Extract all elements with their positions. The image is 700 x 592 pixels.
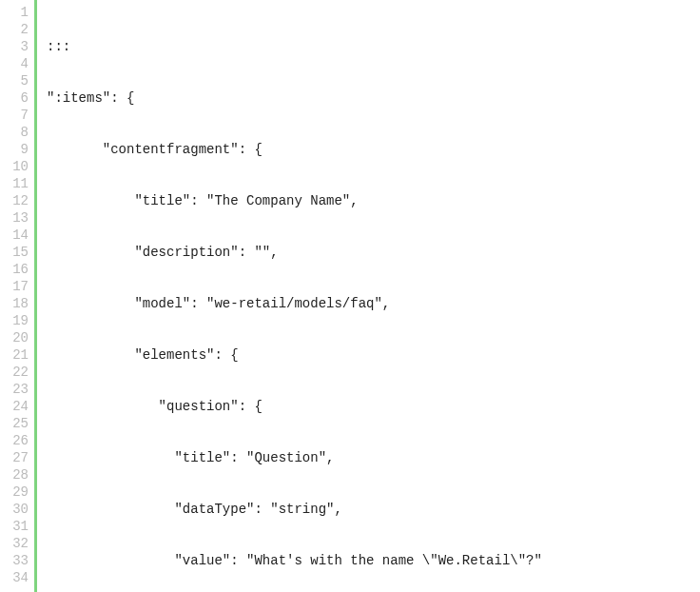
code-block: ::: ":items": { "contentfragment": { "ti… (37, 0, 700, 592)
line-number: 24 (0, 398, 29, 415)
line-number: 26 (0, 432, 29, 449)
code-line: "dataType": "string", (47, 501, 700, 518)
code-line: "contentfragment": { (47, 141, 700, 158)
line-number: 3 (0, 38, 29, 55)
line-number: 15 (0, 244, 29, 261)
code-line: "value": "What's with the name \"We.Reta… (47, 552, 700, 569)
line-number: 18 (0, 295, 29, 312)
code-line: "description": "", (47, 244, 700, 261)
line-number: 30 (0, 501, 29, 518)
line-number: 9 (0, 141, 29, 158)
line-number-gutter: 1 2 3 4 5 6 7 8 9 10 11 12 13 14 15 16 1… (0, 0, 34, 592)
line-number: 32 (0, 535, 29, 552)
code-line: "question": { (47, 398, 700, 415)
line-number: 21 (0, 346, 29, 364)
line-number: 29 (0, 483, 29, 501)
line-number: 23 (0, 381, 29, 398)
line-number: 19 (0, 312, 29, 329)
line-number: 11 (0, 175, 29, 192)
line-number: 34 (0, 569, 29, 586)
line-number: 4 (0, 55, 29, 72)
line-number: 7 (0, 107, 29, 124)
line-number: 5 (0, 72, 29, 89)
line-number: 6 (0, 89, 29, 107)
line-number: 22 (0, 364, 29, 381)
line-number: 28 (0, 466, 29, 483)
line-number: 16 (0, 261, 29, 278)
line-number: 8 (0, 124, 29, 141)
line-number: 25 (0, 415, 29, 432)
line-number: 20 (0, 329, 29, 346)
code-line: "title": "Question", (47, 449, 700, 466)
code-line: ":items": { (47, 89, 700, 107)
line-number: 10 (0, 158, 29, 175)
line-number: 27 (0, 449, 29, 466)
line-number: 12 (0, 192, 29, 209)
code-line: "model": "we-retail/models/faq", (47, 295, 700, 312)
line-number: 2 (0, 21, 29, 38)
code-line: "title": "The Company Name", (47, 192, 700, 209)
line-number: 1 (0, 4, 29, 21)
line-number: 31 (0, 518, 29, 535)
code-line: ::: (47, 38, 700, 55)
code-line: "elements": { (47, 346, 700, 364)
line-number: 33 (0, 552, 29, 569)
line-number: 13 (0, 209, 29, 227)
line-number: 17 (0, 278, 29, 295)
line-number: 14 (0, 227, 29, 244)
